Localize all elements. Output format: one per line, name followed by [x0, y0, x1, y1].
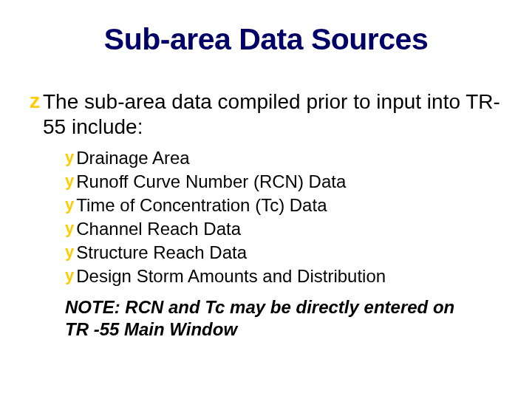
- sub-bullet-text: Runoff Curve Number (RCN) Data: [76, 171, 346, 193]
- bullet-level1: z The sub-area data compiled prior to in…: [30, 89, 502, 140]
- slide-body: z The sub-area data compiled prior to in…: [0, 89, 532, 341]
- sub-bullet-item: y Channel Reach Data: [65, 218, 502, 240]
- sub-bullet-text: Design Storm Amounts and Distribution: [76, 265, 386, 287]
- bullet-icon: z: [30, 89, 40, 113]
- bullet-icon: y: [65, 218, 74, 239]
- sub-bullet-item: y Drainage Area: [65, 147, 502, 169]
- sub-bullet-text: Time of Concentration (Tc) Data: [76, 194, 327, 216]
- sub-bullet-item: y Runoff Curve Number (RCN) Data: [65, 171, 502, 193]
- sub-bullet-item: y Design Storm Amounts and Distribution: [65, 265, 502, 287]
- bullet-icon: y: [65, 242, 74, 262]
- bullet-text: The sub-area data compiled prior to inpu…: [43, 89, 502, 140]
- bullet-icon: y: [65, 194, 74, 215]
- slide: Sub-area Data Sources z The sub-area dat…: [0, 0, 532, 399]
- sub-bullet-item: y Structure Reach Data: [65, 242, 502, 264]
- bullet-icon: y: [65, 147, 74, 168]
- note-text: NOTE: RCN and Tc may be directly entered…: [30, 296, 502, 341]
- bullet-icon: y: [65, 265, 74, 286]
- bullet-icon: y: [65, 171, 74, 191]
- sub-bullet-text: Structure Reach Data: [76, 242, 247, 264]
- sub-bullet-text: Drainage Area: [76, 147, 189, 169]
- sub-bullet-item: y Time of Concentration (Tc) Data: [65, 194, 502, 216]
- sub-bullet-group: y Drainage Area y Runoff Curve Number (R…: [30, 147, 502, 287]
- slide-title: Sub-area Data Sources: [30, 22, 502, 57]
- sub-bullet-text: Channel Reach Data: [76, 218, 241, 240]
